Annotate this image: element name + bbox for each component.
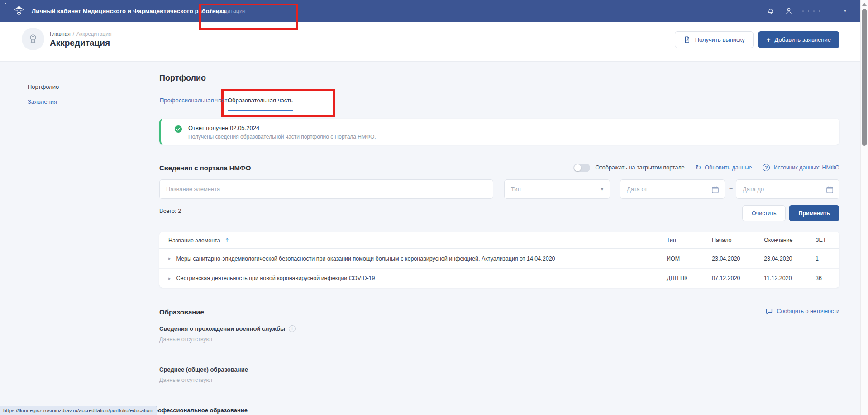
military-service-label: Сведения о прохождении военной службы bbox=[159, 325, 285, 332]
row-start: 23.04.2020 bbox=[712, 256, 764, 262]
education-section-title: Образование bbox=[159, 308, 204, 316]
apply-button[interactable]: Применить bbox=[789, 205, 839, 221]
expand-caret-icon[interactable]: ▸ bbox=[168, 256, 171, 261]
military-service-empty: Данные отсутствуют bbox=[159, 336, 213, 343]
row-zet: 36 bbox=[816, 275, 839, 281]
secondary-education-label: Среднее (общее) образование bbox=[159, 366, 248, 373]
caret-down-icon[interactable]: ▾ bbox=[844, 9, 846, 13]
document-icon bbox=[683, 36, 691, 43]
closed-portal-toggle[interactable] bbox=[573, 164, 590, 172]
sidebar-item-portfolio[interactable]: Портфолио bbox=[28, 83, 59, 90]
type-select[interactable]: Тип ▾ bbox=[504, 179, 610, 199]
get-extract-button[interactable]: Получить выписку bbox=[675, 31, 754, 48]
calendar-icon[interactable] bbox=[711, 185, 720, 194]
check-circle-icon bbox=[174, 125, 182, 133]
comment-icon bbox=[765, 307, 773, 315]
add-application-button[interactable]: + Добавить заявление bbox=[758, 31, 839, 48]
table-row[interactable]: ▸ Сестринская деятельность при новой кор… bbox=[159, 268, 839, 288]
top-navbar: Личный кабинет Медицинского и Фармацевти… bbox=[0, 0, 868, 22]
page-header: Главная/Аккредитация Аккредитация Получи… bbox=[0, 22, 868, 62]
nav-item-accreditation[interactable]: Аккредитация bbox=[209, 0, 246, 22]
tab-educational-part[interactable]: Образовательная часть bbox=[228, 97, 293, 111]
row-end: 23.04.2020 bbox=[764, 256, 816, 262]
breadcrumb-current: Аккредитация bbox=[76, 31, 111, 37]
professional-education-heading-partial: рофессиональное образование bbox=[154, 407, 248, 414]
response-status-banner: Ответ получен 02.05.2024 Получены сведен… bbox=[159, 119, 839, 145]
page-title: Аккредитация bbox=[50, 38, 110, 48]
get-extract-label: Получить выписку bbox=[695, 36, 745, 43]
refresh-icon: ↻ bbox=[696, 164, 701, 171]
expand-caret-icon[interactable]: ▸ bbox=[168, 275, 171, 281]
column-header-end: Окончание bbox=[764, 237, 816, 243]
banner-title: Ответ получен 02.05.2024 bbox=[188, 125, 259, 131]
plus-icon: + bbox=[767, 36, 771, 43]
medal-icon bbox=[27, 33, 39, 45]
artifact-dot bbox=[5, 3, 6, 4]
sidebar-item-applications[interactable]: Заявления bbox=[28, 98, 57, 105]
user-icon[interactable] bbox=[784, 6, 793, 15]
section-divider bbox=[159, 391, 839, 391]
breadcrumb: Главная/Аккредитация bbox=[50, 31, 114, 37]
toggle-knob bbox=[574, 164, 581, 171]
row-name: Сестринская деятельность при новой корон… bbox=[176, 275, 375, 281]
date-to-input[interactable] bbox=[736, 180, 839, 198]
date-range-dash: – bbox=[728, 185, 734, 192]
row-end: 11.12.2020 bbox=[764, 275, 816, 281]
bell-icon[interactable] bbox=[766, 6, 775, 15]
row-type: ДПП ПК bbox=[667, 275, 712, 281]
user-name-redacted bbox=[802, 9, 835, 13]
data-source-label: Источник данных: НМФО bbox=[773, 164, 839, 171]
row-start: 07.12.2020 bbox=[712, 275, 764, 281]
type-select-placeholder: Тип bbox=[511, 186, 521, 193]
header-actions: Получить выписку + Добавить заявление bbox=[675, 31, 839, 48]
closed-portal-toggle-group: Отображать на закрытом портале bbox=[573, 164, 684, 172]
column-header-zet: ЗЕТ bbox=[816, 237, 839, 243]
tab-professional-part[interactable]: Профессиональная часть bbox=[160, 97, 230, 104]
question-circle-icon: ? bbox=[763, 164, 770, 171]
select-caret-icon: ▾ bbox=[601, 187, 603, 192]
date-from-input[interactable] bbox=[620, 180, 725, 198]
add-application-label: Добавить заявление bbox=[775, 36, 831, 43]
secondary-education-empty: Данные отсутствуют bbox=[159, 377, 213, 383]
vertical-scrollbar[interactable] bbox=[860, 0, 868, 415]
table-row[interactable]: ▸ Меры санитарно-эпидемиологической безо… bbox=[159, 249, 839, 268]
refresh-data-label: Обновить данные bbox=[705, 164, 752, 171]
closed-portal-toggle-label: Отображать на закрытом портале bbox=[595, 164, 684, 171]
data-source-link[interactable]: ? Источник данных: НМФО bbox=[763, 164, 839, 171]
row-zet: 1 bbox=[816, 256, 839, 262]
sort-asc-icon[interactable]: ↑ bbox=[224, 237, 229, 244]
filter-actions: Очистить Применить bbox=[742, 205, 839, 221]
portfolio-heading: Портфолио bbox=[159, 73, 206, 83]
refresh-data-link[interactable]: ↻ Обновить данные bbox=[696, 164, 752, 171]
eagle-emblem-icon bbox=[13, 4, 25, 18]
clear-button[interactable]: Очистить bbox=[742, 205, 786, 221]
info-icon[interactable]: i bbox=[289, 325, 296, 332]
nmfo-filters: Тип ▾ – bbox=[159, 179, 839, 199]
statusbar-url-tooltip: https://lkmr.egisz.rosminzdrav.ru/accred… bbox=[0, 406, 157, 415]
column-header-name-label: Название элемента bbox=[168, 237, 220, 244]
element-name-field bbox=[159, 179, 493, 199]
report-inaccuracy-label: Сообщить о неточности bbox=[777, 308, 839, 314]
military-service-title: Сведения о прохождении военной службы i bbox=[159, 325, 296, 332]
scrollbar-thumb[interactable] bbox=[862, 9, 867, 146]
date-to-field bbox=[736, 179, 839, 199]
calendar-icon[interactable] bbox=[825, 185, 834, 194]
total-count-label: Всего: 2 bbox=[159, 208, 181, 214]
scrollbar-up-arrow-icon[interactable] bbox=[862, 3, 867, 6]
nmfo-table: Название элемента ↑ Тип Начало Окончание… bbox=[159, 232, 839, 288]
page-icon-circle bbox=[22, 28, 44, 50]
element-name-input[interactable] bbox=[160, 180, 493, 198]
main-content: Портфолио Профессиональная часть Образов… bbox=[159, 62, 839, 415]
table-header-row: Название элемента ↑ Тип Начало Окончание… bbox=[159, 232, 839, 249]
column-header-type: Тип bbox=[667, 237, 712, 243]
banner-subtitle: Получены сведения образовательной части … bbox=[188, 134, 376, 140]
breadcrumb-home[interactable]: Главная bbox=[50, 31, 71, 37]
column-header-name[interactable]: Название элемента ↑ bbox=[168, 237, 667, 244]
date-from-field bbox=[620, 179, 725, 199]
app-title: Личный кабинет Медицинского и Фармацевти… bbox=[32, 8, 226, 14]
nmfo-controls: Отображать на закрытом портале ↻ Обновит… bbox=[573, 162, 839, 173]
breadcrumb-separator: / bbox=[73, 31, 74, 37]
secondary-education-title: Среднее (общее) образование bbox=[159, 366, 248, 373]
report-inaccuracy-link[interactable]: Сообщить о неточности bbox=[765, 307, 839, 315]
navbar-right-group: ▾ bbox=[766, 0, 846, 22]
